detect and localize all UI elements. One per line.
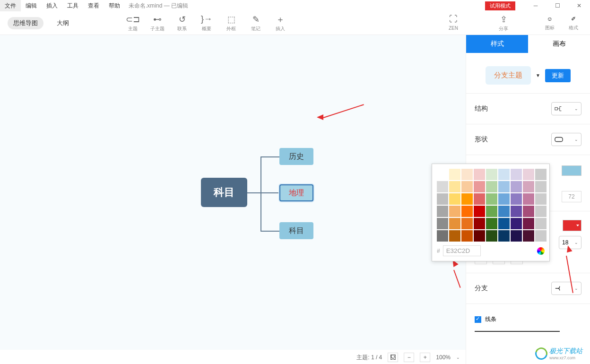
color-swatch[interactable] bbox=[511, 206, 522, 217]
border-width-input[interactable]: 72 bbox=[562, 191, 581, 202]
close-button[interactable]: ✕ bbox=[568, 0, 590, 11]
color-swatch[interactable] bbox=[474, 206, 485, 217]
color-swatch[interactable] bbox=[449, 230, 460, 242]
format-brush-icon[interactable]: ✐ bbox=[569, 14, 578, 24]
fill-color-swatch[interactable] bbox=[562, 165, 581, 176]
color-swatch[interactable] bbox=[449, 181, 460, 192]
zen-button[interactable]: ⛶ZEN bbox=[442, 14, 464, 32]
color-swatch[interactable] bbox=[474, 181, 485, 192]
color-swatch[interactable] bbox=[523, 181, 534, 192]
color-swatch[interactable] bbox=[474, 230, 485, 242]
topic-type-selector[interactable]: 分支主题 bbox=[486, 66, 531, 85]
central-topic[interactable]: 科目 bbox=[201, 178, 247, 207]
color-swatch[interactable] bbox=[437, 206, 448, 217]
color-swatch[interactable] bbox=[486, 206, 497, 217]
color-swatch[interactable] bbox=[449, 206, 460, 217]
canvas[interactable]: 科目 历史 地理 科目 bbox=[0, 35, 466, 350]
color-swatch[interactable] bbox=[498, 206, 510, 217]
color-swatch[interactable] bbox=[511, 169, 522, 180]
color-swatch[interactable] bbox=[498, 193, 510, 205]
summary-button[interactable]: }→概要 bbox=[196, 14, 217, 32]
color-swatch[interactable] bbox=[449, 218, 460, 229]
color-swatch[interactable] bbox=[486, 169, 497, 180]
zoom-in-button[interactable]: + bbox=[420, 353, 430, 362]
subtopic-3[interactable]: 科目 bbox=[279, 222, 313, 239]
color-swatch[interactable] bbox=[449, 193, 460, 205]
menu-insert[interactable]: 插入 bbox=[42, 0, 62, 11]
color-swatch[interactable] bbox=[461, 218, 473, 229]
color-swatch[interactable] bbox=[498, 181, 510, 192]
format-tab-label[interactable]: 格式 bbox=[569, 25, 578, 31]
topic-button[interactable]: ⊂⊐主题 bbox=[122, 14, 144, 32]
color-swatch[interactable] bbox=[461, 193, 473, 205]
tab-canvas[interactable]: 画布 bbox=[528, 35, 590, 53]
color-swatch[interactable] bbox=[523, 193, 534, 205]
zoom-out-button[interactable]: − bbox=[404, 353, 414, 362]
zoom-level[interactable]: 100% bbox=[436, 354, 451, 361]
color-swatch[interactable] bbox=[461, 206, 473, 217]
color-swatch[interactable] bbox=[523, 206, 534, 217]
trial-badge[interactable]: 试用模式 bbox=[485, 1, 515, 10]
color-swatch[interactable] bbox=[511, 193, 522, 205]
color-swatch[interactable] bbox=[535, 230, 547, 242]
share-button[interactable]: ⇪分享 bbox=[493, 14, 514, 32]
subtopic-1[interactable]: 历史 bbox=[279, 148, 313, 165]
menu-file[interactable]: 文件 bbox=[0, 0, 21, 11]
icon-tab-label[interactable]: 图标 bbox=[545, 25, 555, 31]
maximize-button[interactable]: ☐ bbox=[547, 0, 568, 11]
color-swatch[interactable] bbox=[511, 230, 522, 242]
subtopic-2-selected[interactable]: 地理 bbox=[279, 184, 313, 201]
color-swatch[interactable] bbox=[437, 193, 448, 205]
chevron-down-icon[interactable]: ▼ bbox=[536, 73, 540, 78]
color-swatch[interactable] bbox=[523, 230, 534, 242]
color-swatch[interactable] bbox=[511, 181, 522, 192]
color-swatch[interactable] bbox=[486, 218, 497, 229]
relation-button[interactable]: ↺联系 bbox=[171, 14, 193, 32]
color-swatch[interactable] bbox=[523, 218, 534, 229]
hex-input[interactable] bbox=[443, 245, 481, 256]
color-swatch[interactable] bbox=[474, 169, 485, 180]
line-checkbox[interactable] bbox=[475, 316, 481, 323]
color-swatch[interactable] bbox=[498, 230, 510, 242]
note-button[interactable]: ✎笔记 bbox=[245, 14, 267, 32]
tab-mindmap[interactable]: 思维导图 bbox=[8, 17, 43, 29]
insert-button[interactable]: ＋插入 bbox=[269, 14, 291, 32]
color-swatch[interactable] bbox=[486, 181, 497, 192]
color-swatch[interactable] bbox=[474, 218, 485, 229]
chevron-down-icon[interactable]: ⌄ bbox=[456, 355, 460, 360]
tab-style[interactable]: 样式 bbox=[466, 35, 528, 53]
emoji-icon[interactable]: ☺ bbox=[545, 14, 555, 24]
color-swatch[interactable] bbox=[511, 218, 522, 229]
color-swatch[interactable] bbox=[437, 181, 448, 192]
minimize-button[interactable]: ─ bbox=[525, 0, 547, 11]
color-swatch[interactable] bbox=[437, 169, 448, 180]
branch-style-selector[interactable]: ⌄ bbox=[551, 282, 581, 295]
color-swatch[interactable] bbox=[486, 230, 497, 242]
menu-view[interactable]: 查看 bbox=[83, 0, 104, 11]
tab-outline[interactable]: 大纲 bbox=[51, 17, 75, 29]
color-swatch[interactable] bbox=[437, 230, 448, 242]
color-swatch[interactable] bbox=[474, 193, 485, 205]
update-button[interactable]: 更新 bbox=[545, 69, 571, 82]
color-swatch[interactable] bbox=[535, 218, 547, 229]
color-swatch[interactable] bbox=[461, 181, 473, 192]
menu-help[interactable]: 帮助 bbox=[104, 0, 125, 11]
color-swatch[interactable] bbox=[523, 169, 534, 180]
color-swatch[interactable] bbox=[461, 169, 473, 180]
color-swatch[interactable] bbox=[535, 181, 547, 192]
menu-tools[interactable]: 工具 bbox=[62, 0, 83, 11]
font-color-swatch[interactable] bbox=[563, 220, 581, 231]
color-swatch[interactable] bbox=[498, 218, 510, 229]
color-swatch[interactable] bbox=[535, 193, 547, 205]
line-style-preview[interactable] bbox=[475, 331, 560, 332]
color-swatch[interactable] bbox=[437, 218, 448, 229]
structure-selector[interactable]: ⌄ bbox=[551, 102, 581, 115]
map-overview-button[interactable]: ⛾ bbox=[388, 353, 398, 362]
shape-selector[interactable]: ⌄ bbox=[551, 133, 581, 146]
color-swatch[interactable] bbox=[449, 169, 460, 180]
menu-edit[interactable]: 编辑 bbox=[21, 0, 42, 11]
subtopic-button[interactable]: ⊷子主题 bbox=[147, 14, 168, 32]
color-swatch[interactable] bbox=[535, 169, 547, 180]
color-swatch[interactable] bbox=[535, 206, 547, 217]
color-swatch[interactable] bbox=[461, 230, 473, 242]
